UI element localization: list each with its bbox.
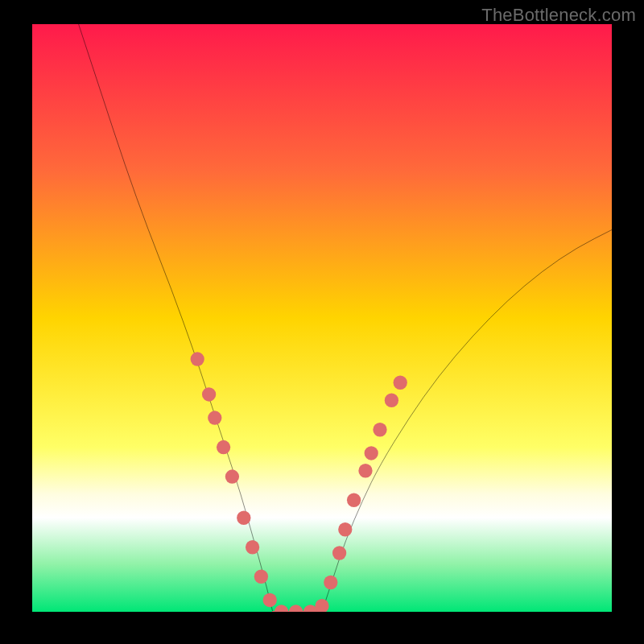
- marker-dot: [358, 464, 372, 478]
- marker-dot: [338, 522, 352, 537]
- marker-dot: [347, 493, 361, 508]
- marker-dot: [208, 411, 221, 425]
- watermark-text: TheBottleneck.com: [481, 5, 636, 26]
- marker-dot: [315, 599, 328, 612]
- curve-layer: [32, 24, 612, 612]
- marker-dot: [237, 510, 250, 525]
- marker-dot: [324, 576, 337, 590]
- marker-dot: [385, 393, 398, 407]
- marker-dot: [217, 440, 230, 455]
- marker-dot: [275, 605, 288, 612]
- chart-frame: TheBottleneck.com: [0, 0, 644, 644]
- series-right-branch: [322, 230, 612, 613]
- marker-dot: [254, 569, 268, 584]
- marker-dot: [373, 423, 386, 437]
- marker-dot: [289, 605, 303, 612]
- marker-dot: [202, 387, 216, 402]
- marker-dot: [365, 446, 378, 460]
- marker-dot: [246, 540, 259, 555]
- marker-dot: [394, 376, 407, 390]
- marker-dot: [225, 469, 239, 484]
- marker-dot: [263, 593, 277, 608]
- marker-dot: [191, 352, 204, 366]
- plot-area: [32, 24, 612, 612]
- marker-dot: [332, 546, 346, 560]
